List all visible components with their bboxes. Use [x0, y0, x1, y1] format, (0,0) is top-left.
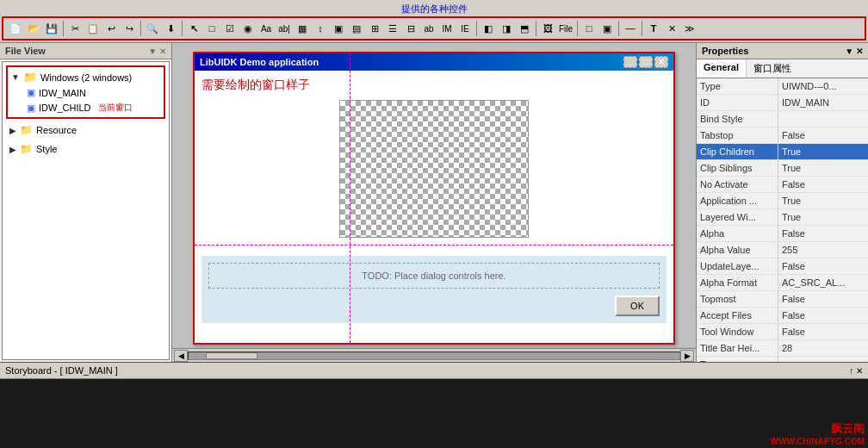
file-btn[interactable]: File: [557, 20, 574, 37]
open-btn[interactable]: 📂: [25, 20, 42, 37]
windows-group-header[interactable]: ▼ 📁 Windows (2 windows): [9, 69, 162, 85]
search-btn[interactable]: 🔍: [144, 20, 161, 37]
props-row-12[interactable]: Alpha Format AC_SRC_AL...: [697, 275, 868, 291]
props-row-15[interactable]: Tool Window False: [697, 324, 868, 340]
cut-btn[interactable]: ✂: [66, 20, 84, 37]
text-ab-btn[interactable]: ab|: [276, 20, 293, 37]
img-btn[interactable]: 🖼: [539, 20, 556, 37]
canvas-area[interactable]: LibUIDK Demo application _ □ ✕ 需要绘制的窗口样子: [172, 43, 696, 348]
props-row-2[interactable]: Bind Style: [697, 111, 868, 128]
storyboard-controls: ↑ ✕: [849, 366, 863, 376]
cursor-btn[interactable]: ↖: [185, 20, 202, 37]
align-left-btn[interactable]: ◧: [480, 20, 497, 37]
save-btn[interactable]: 💾: [43, 20, 60, 37]
align-top-btn[interactable]: ⬒: [516, 20, 533, 37]
ie-btn[interactable]: IE: [456, 20, 474, 37]
idw-main-icon: ▣: [27, 87, 35, 98]
props-row-10[interactable]: Alpha Value 255: [697, 242, 868, 258]
props-key-0: Type: [697, 78, 778, 94]
radio-btn[interactable]: ◉: [239, 20, 257, 37]
props-val-7: True: [778, 193, 868, 208]
props-key-15: Tool Window: [697, 324, 778, 339]
props-val-14: False: [778, 308, 868, 323]
dashed-v-line: [350, 53, 350, 343]
line-btn[interactable]: —: [622, 20, 639, 37]
props-val-11: False: [778, 258, 868, 274]
props-row-0[interactable]: Type UIWND---0...: [697, 78, 868, 95]
props-row-13[interactable]: Topmost False: [697, 291, 868, 308]
new-btn[interactable]: 📄: [7, 20, 24, 37]
updown-btn[interactable]: ↕: [312, 20, 329, 37]
props-row-4[interactable]: Clip Children True: [697, 144, 868, 160]
props-row-7[interactable]: Application ... True: [697, 193, 868, 209]
props-row-3[interactable]: Tabstop False: [697, 128, 868, 144]
windows-group: ▼ 📁 Windows (2 windows) ▣ IDW_MAIN ▣ IDW…: [6, 65, 165, 119]
style-expand[interactable]: ▶: [9, 145, 16, 154]
list-btn[interactable]: ☰: [384, 20, 401, 37]
h-scrollbar[interactable]: ◀ ▶: [172, 348, 696, 362]
props-val-2: [778, 111, 868, 127]
down-btn[interactable]: ⬇: [162, 20, 179, 37]
props-row-9[interactable]: Alpha False: [697, 226, 868, 242]
im-btn[interactable]: IM: [438, 20, 456, 37]
resource-item[interactable]: ▶ 📁 Resource: [6, 122, 165, 138]
props-val-4: True: [778, 144, 868, 159]
props-table: Type UIWND---0... ID IDW_MAIN Bind Style…: [697, 78, 868, 362]
scroll-left-btn[interactable]: ◀: [174, 350, 188, 362]
tab-btn[interactable]: ⊞: [366, 20, 383, 37]
props-row-6[interactable]: No Activate False: [697, 177, 868, 193]
scroll-btn[interactable]: ▤: [348, 20, 365, 37]
props-key-3: Tabstop: [697, 128, 778, 143]
idw-child-item[interactable]: ▣ IDW_CHILD 当前窗口: [23, 100, 162, 115]
props-row-1[interactable]: ID IDW_MAIN: [697, 95, 868, 111]
frame-btn[interactable]: ▣: [330, 20, 347, 37]
window-btn[interactable]: □: [580, 20, 598, 37]
props-row-5[interactable]: Clip Siblings True: [697, 160, 868, 177]
todo-text: TODO: Place dialog controls here.: [362, 271, 505, 281]
align-right-btn[interactable]: ◨: [498, 20, 515, 37]
props-row-14[interactable]: Accept Files False: [697, 308, 868, 324]
minimize-btn[interactable]: _: [623, 56, 637, 68]
grid-btn[interactable]: ▦: [294, 20, 311, 37]
bottom-panel: Storyboard - [ IDW_MAIN ] ↑ ✕ 飘云阁 WWW.CH…: [0, 362, 868, 448]
check-btn[interactable]: ☑: [221, 20, 239, 37]
scroll-right-btn[interactable]: ▶: [680, 350, 694, 362]
sep4: [476, 21, 477, 36]
tree-area: ▼ 📁 Windows (2 windows) ▣ IDW_MAIN ▣ IDW…: [2, 61, 170, 360]
copy-btn[interactable]: 📋: [84, 20, 102, 37]
props-val-13: False: [778, 291, 868, 307]
type-t-btn[interactable]: T: [645, 20, 662, 37]
props-row-16[interactable]: Title Bar Hei... 28: [697, 340, 868, 357]
rect-btn[interactable]: □: [203, 20, 220, 37]
undo-btn[interactable]: ↩: [102, 20, 120, 37]
props-key-2: Bind Style: [697, 111, 778, 127]
main-content: File View ▼ ✕ ▼ 📁 Windows (2 windows) ▣ …: [0, 43, 868, 362]
extra-btn[interactable]: ≫: [681, 20, 698, 37]
label-ab-btn[interactable]: ab: [420, 20, 437, 37]
props-title: Properties ▼ ✕: [697, 43, 868, 59]
idw-main-item[interactable]: ▣ IDW_MAIN: [23, 85, 162, 100]
checker-area: [339, 100, 529, 238]
props-key-5: Clip Siblings: [697, 160, 778, 176]
combo-btn[interactable]: ⊟: [402, 20, 419, 37]
props-row-8[interactable]: Layered Wi... True: [697, 209, 868, 226]
more-btn[interactable]: ✕: [663, 20, 680, 37]
props-row-11[interactable]: UpdateLaye... False: [697, 258, 868, 275]
props-key-13: Topmost: [697, 291, 778, 307]
toolbar-area: 提供的各种控件 📄 📂 💾 ✂ 📋 ↩ ↪ 🔍 ⬇ ↖ □ ☑ ◉ Aa ab|…: [0, 0, 868, 43]
close-btn[interactable]: ✕: [654, 56, 668, 68]
style-item[interactable]: ▶ 📁 Style: [6, 141, 165, 157]
tab-general[interactable]: General: [697, 59, 747, 78]
file-view-label: File View: [5, 46, 46, 56]
text-aa-btn[interactable]: Aa: [257, 20, 275, 37]
resource-expand[interactable]: ▶: [9, 126, 16, 135]
expand-icon[interactable]: ▼: [11, 72, 20, 82]
window2-btn[interactable]: ▣: [598, 20, 616, 37]
redo-btn[interactable]: ↪: [121, 20, 138, 37]
scroll-track[interactable]: [188, 352, 680, 360]
maximize-btn[interactable]: □: [639, 56, 653, 68]
tab-cn[interactable]: 窗口属性: [747, 59, 798, 78]
ok-button[interactable]: OK: [615, 296, 660, 316]
scroll-thumb[interactable]: [206, 352, 257, 359]
resource-folder-icon: 📁: [20, 124, 33, 136]
